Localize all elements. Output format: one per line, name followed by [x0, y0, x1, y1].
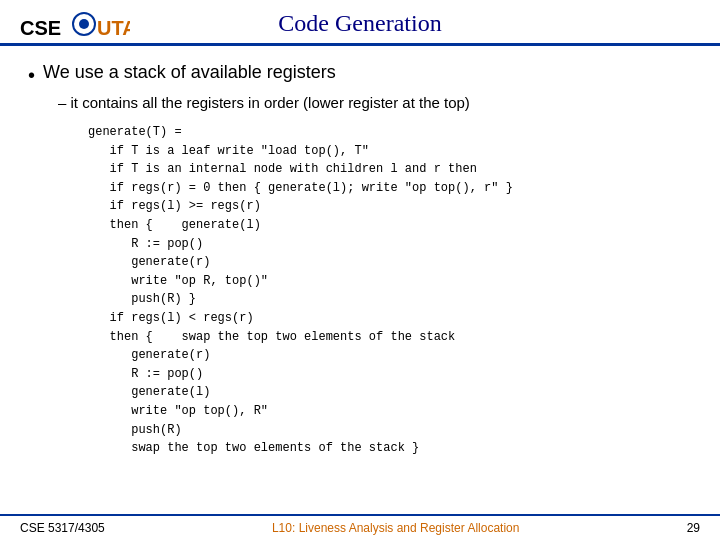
- code-line-15: write "op top(), R": [88, 402, 692, 421]
- code-line-6: R := pop(): [88, 235, 692, 254]
- footer: CSE 5317/4305 L10: Liveness Analysis and…: [0, 514, 720, 540]
- svg-point-2: [79, 19, 89, 29]
- code-line-14: generate(l): [88, 383, 692, 402]
- footer-course: CSE 5317/4305: [20, 521, 105, 535]
- svg-text:CSE: CSE: [20, 17, 61, 39]
- code-line-12: generate(r): [88, 346, 692, 365]
- code-line-13: R := pop(): [88, 365, 692, 384]
- code-line-10: if regs(l) < regs(r): [88, 309, 692, 328]
- code-line-0: generate(T) =: [88, 123, 692, 142]
- code-line-8: write "op R, top()": [88, 272, 692, 291]
- footer-lecture: L10: Liveness Analysis and Register Allo…: [272, 521, 519, 535]
- bullet-text-1: We use a stack of available registers: [43, 62, 336, 83]
- bullet-main-1: • We use a stack of available registers: [28, 62, 692, 88]
- code-line-16: push(R): [88, 421, 692, 440]
- header: CSE UTA Code Generation: [0, 0, 720, 46]
- code-line-2: if T is an internal node with children l…: [88, 160, 692, 179]
- sub-bullet-1: – it contains all the registers in order…: [58, 94, 692, 111]
- code-block: generate(T) = if T is a leaf write "load…: [88, 123, 692, 458]
- code-line-9: push(R) }: [88, 290, 692, 309]
- bullet-dot: •: [28, 62, 35, 88]
- content-area: • We use a stack of available registers …: [0, 46, 720, 514]
- logo-svg: CSE UTA: [20, 8, 130, 46]
- code-line-1: if T is a leaf write "load top(), T": [88, 142, 692, 161]
- code-line-5: then { generate(l): [88, 216, 692, 235]
- footer-page: 29: [687, 521, 700, 535]
- code-line-3: if regs(r) = 0 then { generate(l); write…: [88, 179, 692, 198]
- code-line-11: then { swap the top two elements of the …: [88, 328, 692, 347]
- svg-text:UTA: UTA: [97, 17, 130, 39]
- code-line-17: swap the top two elements of the stack }: [88, 439, 692, 458]
- logo: CSE UTA: [20, 8, 130, 46]
- slide: CSE UTA Code Generation • We use a stack…: [0, 0, 720, 540]
- code-line-7: generate(r): [88, 253, 692, 272]
- code-line-4: if regs(l) >= regs(r): [88, 197, 692, 216]
- page-title: Code Generation: [278, 10, 441, 37]
